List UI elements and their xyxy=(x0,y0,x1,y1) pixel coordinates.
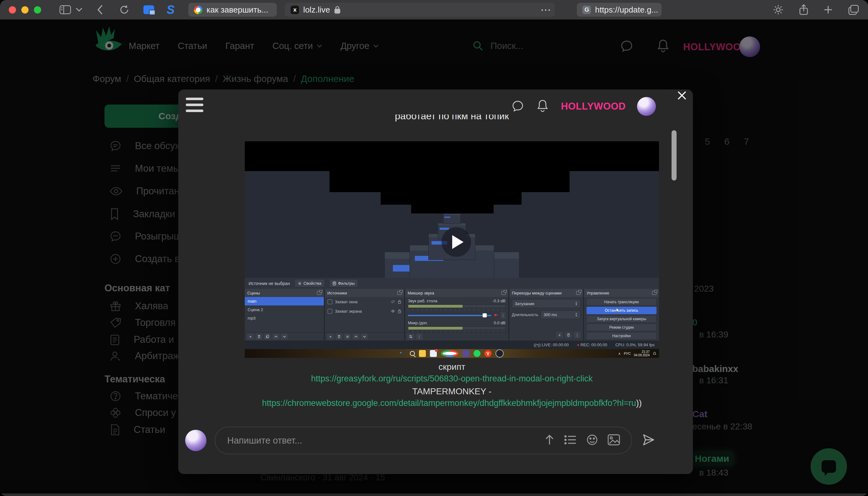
messages-icon[interactable] xyxy=(511,99,524,114)
spotify-icon[interactable] xyxy=(474,350,480,357)
tab-title: https://update.g... xyxy=(595,5,658,15)
share-icon[interactable] xyxy=(799,4,808,16)
language-indicator[interactable]: РУС xyxy=(624,352,631,355)
obs-app-icon[interactable] xyxy=(495,350,504,358)
modal-scrollbar[interactable] xyxy=(672,130,677,181)
close-window-button[interactable] xyxy=(9,6,16,14)
virtual-camera-button[interactable]: Запуск виртуальной камеры xyxy=(586,315,657,323)
popout-icon[interactable] xyxy=(317,291,321,295)
source-item[interactable]: Захват экрана xyxy=(325,306,404,316)
filters-button[interactable]: Фильтры xyxy=(329,279,358,288)
chevron-down-icon[interactable] xyxy=(76,7,82,12)
stop-recording-button[interactable]: Остановить запись xyxy=(586,307,657,314)
mail-icon[interactable] xyxy=(430,350,437,357)
notifications-bell-icon[interactable] xyxy=(536,98,550,114)
sidebar-toggle-icon[interactable] xyxy=(59,5,71,14)
greasyfork-link[interactable]: https://greasyfork.org/ru/scripts/506830… xyxy=(214,374,690,384)
play-button[interactable] xyxy=(442,227,471,257)
eye-off-icon[interactable] xyxy=(391,300,395,304)
start-streaming-button[interactable]: Начать трансляцию xyxy=(586,298,657,306)
google-favicon xyxy=(194,6,202,14)
move-down-icon[interactable] xyxy=(281,334,288,340)
popout-icon[interactable] xyxy=(502,291,506,295)
options-dots-icon[interactable]: ⋮ xyxy=(416,334,423,340)
trash-icon[interactable] xyxy=(335,334,342,340)
reload-icon[interactable] xyxy=(120,5,129,15)
add-icon[interactable]: + xyxy=(556,332,563,338)
x-favicon: x xyxy=(290,6,299,14)
lock-icon[interactable] xyxy=(398,300,401,304)
mixer-settings-icon[interactable] xyxy=(407,334,414,340)
zoom-window-button[interactable] xyxy=(34,6,41,14)
devices-extension-icon[interactable] xyxy=(143,5,154,14)
trash-icon[interactable] xyxy=(565,332,572,338)
settings-gear-icon[interactable] xyxy=(773,4,784,15)
explorer-icon[interactable] xyxy=(419,350,426,357)
volume-slider[interactable] xyxy=(408,315,491,316)
chrome-icon[interactable] xyxy=(441,350,458,357)
move-up-icon[interactable] xyxy=(352,334,359,340)
system-tray: ∧ РУС 21:37 04.09.2024 xyxy=(618,349,657,358)
modal-username[interactable]: HOLLYWOOD xyxy=(561,101,626,112)
add-icon[interactable]: + xyxy=(327,334,334,340)
windows-start-icon[interactable] xyxy=(400,352,403,355)
scene-item[interactable]: mp3 xyxy=(245,314,324,322)
s-extension-icon[interactable]: S xyxy=(167,4,174,16)
taskbar-clock[interactable]: 21:37 04.09.2024 xyxy=(634,350,650,357)
image-icon[interactable] xyxy=(607,434,620,447)
tray-expand-icon[interactable]: ∧ xyxy=(618,352,621,356)
scene-item[interactable]: Сцена 2 xyxy=(245,306,324,314)
add-icon[interactable]: + xyxy=(247,334,254,340)
modal-avatar[interactable] xyxy=(637,97,656,116)
scene-item-selected[interactable]: main xyxy=(245,297,324,306)
mixer-track-desktop: Звук раб. стола-0.3 dB ⋮ xyxy=(405,297,508,319)
emoji-icon[interactable] xyxy=(586,434,598,447)
send-icon[interactable] xyxy=(642,434,655,447)
settings-button[interactable]: Настройки xyxy=(586,332,657,340)
yandex-browser-icon[interactable]: Y xyxy=(485,350,491,357)
mute-speaker-icon[interactable] xyxy=(494,313,498,318)
taskbar-search-icon[interactable] xyxy=(410,351,415,356)
duplicate-icon[interactable] xyxy=(264,334,271,340)
properties-button[interactable]: Свойства xyxy=(294,279,325,288)
minimize-window-button[interactable] xyxy=(21,6,29,14)
close-icon[interactable] xyxy=(677,90,687,102)
tab-overflow-menu[interactable]: ⋯ xyxy=(540,0,552,19)
app-icon[interactable] xyxy=(462,350,470,357)
popout-icon[interactable] xyxy=(576,291,581,295)
gear-icon[interactable] xyxy=(344,334,351,340)
tab-google-search[interactable]: как завершить... xyxy=(188,3,277,17)
tab-lolz-live-active[interactable]: x lolz.live xyxy=(285,3,555,17)
popout-icon[interactable] xyxy=(397,291,402,295)
list-icon[interactable] xyxy=(564,434,577,446)
tab-overview-icon[interactable] xyxy=(848,4,859,15)
rec-status: ● REC: 00:00:00 xyxy=(577,342,607,347)
eye-icon[interactable] xyxy=(391,309,395,313)
tampermonkey-line: TAMPERMONKEY - xyxy=(245,386,659,397)
tab-update-url[interactable]: G https://update.g... xyxy=(577,3,662,17)
chromewebstore-link[interactable]: https://chromewebstore.google.com/detail… xyxy=(214,398,690,408)
gear-icon xyxy=(298,282,302,285)
studio-mode-button[interactable]: Режим студии xyxy=(586,324,657,331)
panel-title: Источники xyxy=(327,291,347,295)
transition-select[interactable]: Затухание▲▼ xyxy=(512,299,581,308)
reply-input-container[interactable] xyxy=(215,427,632,454)
new-tab-plus-icon[interactable] xyxy=(823,5,833,14)
audio-meter xyxy=(408,305,506,308)
scroll-top-icon[interactable] xyxy=(544,434,555,447)
post-text-clipped: работает по пкм на топик xyxy=(245,114,659,127)
video-player[interactable]: Источник не выбран Свойства Фильтры Сцен… xyxy=(245,141,659,358)
reply-input[interactable] xyxy=(226,435,535,446)
menu-hamburger-icon[interactable] xyxy=(186,98,203,112)
options-dots-icon[interactable]: ⋮ xyxy=(574,332,581,338)
move-down-icon[interactable] xyxy=(361,334,368,340)
trash-icon[interactable] xyxy=(255,334,262,340)
notification-bell-icon[interactable] xyxy=(653,352,657,356)
duration-stepper[interactable]: 300 ms▲▼ xyxy=(541,310,581,319)
lock-icon[interactable] xyxy=(398,309,401,313)
source-item[interactable]: Захват окна xyxy=(325,297,404,306)
options-dots-icon[interactable]: ⋮ xyxy=(501,312,506,319)
back-icon[interactable] xyxy=(97,5,103,15)
move-up-icon[interactable] xyxy=(272,334,279,340)
popout-icon[interactable] xyxy=(652,291,657,295)
